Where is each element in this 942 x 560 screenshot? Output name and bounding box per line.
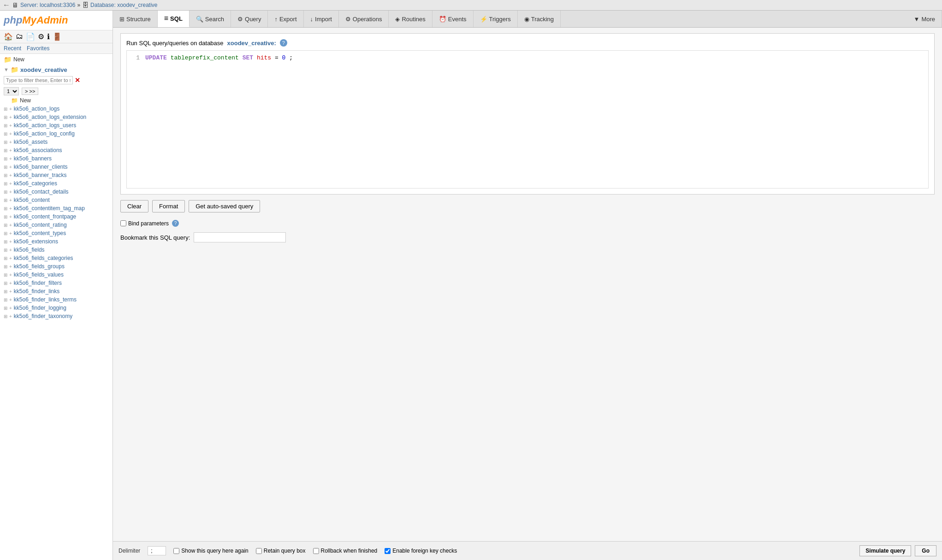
sidebar-db-item[interactable]: ▼ 📁 xoodev_creative	[0, 65, 113, 74]
list-item[interactable]: ⊞ + kk5o6_action_log_config	[0, 130, 113, 138]
list-item[interactable]: ⊞ + kk5o6_finder_links_terms	[0, 295, 113, 304]
server-icon: 🖥	[12, 1, 18, 9]
new-table-item[interactable]: 📁 New	[0, 96, 113, 105]
table-name-label: kk5o6_finder_taxonomy	[14, 313, 72, 319]
delimiter-input[interactable]	[148, 546, 166, 555]
tab-events[interactable]: ⏰ Events	[432, 11, 474, 27]
list-item[interactable]: ⊞ + kk5o6_finder_taxonomy	[0, 312, 113, 320]
table-name-label: kk5o6_finder_links_terms	[14, 296, 77, 303]
list-item[interactable]: ⊞ + kk5o6_banner_tracks	[0, 171, 113, 179]
list-item[interactable]: ⊞ + kk5o6_banner_clients	[0, 163, 113, 171]
bookmark-label: Bookmark this SQL query:	[120, 234, 190, 241]
list-item[interactable]: ⊞ + kk5o6_contentitem_tag_map	[0, 204, 113, 212]
tab-search[interactable]: 🔍 Search	[190, 11, 231, 27]
show-query-label[interactable]: Show this query here again	[173, 548, 248, 554]
clear-filter-icon[interactable]: ✕	[75, 77, 80, 84]
expand-icon: ⊞	[4, 140, 7, 145]
tab-tracking[interactable]: ◉ Tracking	[518, 11, 561, 27]
tab-import[interactable]: ↓ Import	[304, 11, 339, 27]
autosave-button[interactable]: Get auto-saved query	[189, 200, 260, 212]
tab-export[interactable]: ↑ Export	[268, 11, 303, 27]
recent-link[interactable]: Recent	[4, 45, 21, 52]
list-item[interactable]: ⊞ + kk5o6_action_logs	[0, 105, 113, 113]
list-item[interactable]: ⊞ + kk5o6_contact_details	[0, 188, 113, 196]
list-item[interactable]: ⊞ + kk5o6_fields_categories	[0, 254, 113, 262]
plus-icon: +	[9, 148, 12, 153]
help-icon[interactable]: ℹ	[47, 32, 50, 41]
db-link[interactable]: Database: xoodev_creative	[90, 2, 157, 8]
tab-export-label: Export	[279, 16, 297, 23]
page-select[interactable]: 1	[4, 87, 19, 95]
rollback-checkbox[interactable]	[313, 548, 319, 554]
list-item[interactable]: ⊞ + kk5o6_assets	[0, 138, 113, 146]
tab-triggers[interactable]: ⚡ Triggers	[474, 11, 518, 27]
table-name-label: kk5o6_assets	[14, 139, 47, 145]
settings-icon[interactable]: ⚙	[38, 32, 44, 41]
list-item[interactable]: ⊞ + kk5o6_content_rating	[0, 221, 113, 229]
bottom-bar-buttons: Simulate query Go	[859, 545, 936, 556]
list-item[interactable]: ⊞ + kk5o6_content_frontpage	[0, 212, 113, 221]
list-item[interactable]: ⊞ + kk5o6_categories	[0, 179, 113, 188]
list-item[interactable]: ⊞ + kk5o6_finder_logging	[0, 304, 113, 312]
sidebar-pagination: 1 > >>	[0, 86, 113, 96]
retain-query-checkbox[interactable]	[256, 548, 262, 554]
foreign-key-label[interactable]: Enable foreign key checks	[385, 548, 457, 554]
tab-query[interactable]: ⚙ Query	[231, 11, 268, 27]
list-item[interactable]: ⊞ + kk5o6_associations	[0, 146, 113, 154]
bind-params-help-icon[interactable]: ?	[172, 220, 179, 227]
list-item[interactable]: ⊞ + kk5o6_extensions	[0, 237, 113, 246]
sql-editor[interactable]: 1 UPDATE tableprefix_content SET hits =	[126, 50, 929, 189]
format-button[interactable]: Format	[152, 200, 185, 212]
list-item[interactable]: ⊞ + kk5o6_fields_groups	[0, 262, 113, 271]
table-name-label: kk5o6_banner_tracks	[14, 172, 67, 178]
new-database-item[interactable]: 📁 New	[0, 54, 113, 65]
list-item[interactable]: ⊞ + kk5o6_finder_filters	[0, 279, 113, 287]
clear-button[interactable]: Clear	[120, 200, 148, 212]
tab-more[interactable]: ▼ More	[907, 11, 942, 27]
retain-query-label[interactable]: Retain query box	[256, 548, 306, 554]
bind-params-checkbox[interactable]	[120, 220, 126, 226]
bookmark-input[interactable]	[194, 232, 286, 242]
list-item[interactable]: ⊞ + kk5o6_action_logs_users	[0, 121, 113, 130]
table-name-label: kk5o6_content_frontpage	[14, 213, 76, 220]
list-item[interactable]: ⊞ + kk5o6_content	[0, 196, 113, 204]
list-item[interactable]: ⊞ + kk5o6_fields	[0, 246, 113, 254]
back-arrow[interactable]: ←	[3, 1, 10, 9]
query-header: Run SQL query/queries on database xoodev…	[126, 39, 929, 47]
tab-sql[interactable]: ≡ SQL	[158, 11, 190, 27]
rollback-label[interactable]: Rollback when finished	[313, 548, 378, 554]
keyword-set: SET	[243, 54, 253, 61]
simulate-query-button[interactable]: Simulate query	[859, 545, 911, 556]
query-db-link[interactable]: xoodev_creative:	[227, 40, 276, 47]
query-help-icon[interactable]: ?	[280, 39, 287, 47]
foreign-key-checkbox[interactable]	[385, 548, 391, 554]
go-button[interactable]: Go	[915, 545, 936, 556]
list-item[interactable]: ⊞ + kk5o6_finder_links	[0, 287, 113, 295]
list-item[interactable]: ⊞ + kk5o6_action_logs_extension	[0, 113, 113, 121]
filter-input[interactable]	[4, 76, 73, 84]
search-tab-icon: 🔍	[196, 16, 203, 23]
home-icon[interactable]: 🏠	[4, 32, 13, 41]
server-link[interactable]: Server: localhost:3306	[20, 2, 75, 8]
code-content: UPDATE tableprefix_content SET hits = 0	[145, 54, 924, 61]
tab-routines[interactable]: ◈ Routines	[389, 11, 432, 27]
triggers-tab-icon: ⚡	[480, 16, 487, 23]
show-query-checkbox[interactable]	[173, 548, 179, 554]
tab-bar: ⊞ Structure ≡ SQL 🔍 Search ⚙ Query ↑ Exp…	[113, 11, 942, 28]
tab-operations[interactable]: ⚙ Operations	[339, 11, 389, 27]
list-item[interactable]: ⊞ + kk5o6_banners	[0, 154, 113, 163]
nav-forward-btn[interactable]: > >>	[22, 88, 38, 95]
expand-icon: ⊞	[4, 131, 7, 136]
table-name-label: kk5o6_action_logs	[14, 106, 59, 112]
tab-structure[interactable]: ⊞ Structure	[113, 11, 158, 27]
plus-icon: +	[9, 306, 12, 311]
list-item[interactable]: ⊞ + kk5o6_fields_values	[0, 271, 113, 279]
bind-params-label[interactable]: Bind parameters ?	[120, 220, 179, 227]
db-icon2[interactable]: 🗂	[16, 32, 23, 41]
table-name-label: kk5o6_fields_values	[14, 271, 64, 278]
expand-icon: ⊞	[4, 256, 7, 261]
favorites-link[interactable]: Favorites	[27, 45, 49, 52]
exit-icon[interactable]: 🚪	[53, 32, 62, 41]
sql-icon[interactable]: 📄	[26, 32, 35, 41]
list-item[interactable]: ⊞ + kk5o6_content_types	[0, 229, 113, 237]
